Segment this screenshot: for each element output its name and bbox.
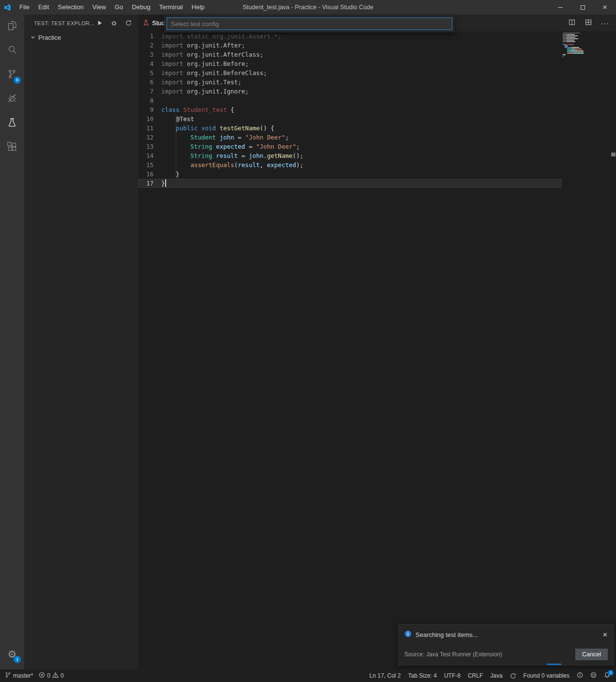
source-control-badge: 6	[14, 77, 21, 84]
settings-gear-button[interactable]: ⚙ 1	[0, 642, 24, 666]
menu-go[interactable]: Go	[110, 0, 127, 15]
line-number[interactable]: 9	[138, 105, 161, 114]
variables-status[interactable]: Found 0 variables	[524, 672, 570, 679]
line-number[interactable]: 1	[138, 31, 161, 41]
close-button[interactable]: ✕	[594, 0, 616, 15]
warning-count: 0	[61, 672, 64, 679]
branch-label: master*	[13, 672, 33, 679]
chevron-down-icon	[31, 35, 35, 40]
code-line-17[interactable]: 17}	[138, 179, 562, 188]
sidebar-test-explorer: TEST: TEST EXPLOR... Practice	[24, 15, 138, 669]
menu-view[interactable]: View	[88, 0, 110, 15]
maximize-button[interactable]	[571, 0, 594, 15]
notification-source: Source: Java Test Runner (Extension)	[404, 651, 502, 658]
smiley-icon	[590, 672, 597, 680]
code-line-2[interactable]: 2import org.junit.After;	[138, 41, 562, 50]
cancel-button[interactable]: Cancel	[575, 649, 608, 660]
info-status-button[interactable]	[577, 672, 583, 680]
activity-bar: 6 ⚙ 1	[0, 15, 24, 669]
menu-help[interactable]: Help	[187, 0, 209, 15]
line-number[interactable]: 15	[138, 160, 161, 170]
activity-test-button[interactable]	[0, 111, 24, 136]
code-line-4[interactable]: 4import org.junit.Before;	[138, 59, 562, 68]
notification-count-badge: 1	[608, 670, 614, 676]
code-line-14[interactable]: 14 String result = john.getName();	[138, 151, 562, 160]
quick-input-widget	[164, 15, 455, 32]
line-number[interactable]: 2	[138, 41, 161, 50]
language-mode-status[interactable]: Java	[490, 672, 502, 679]
code-line-5[interactable]: 5import org.junit.BeforeClass;	[138, 68, 562, 78]
line-number[interactable]: 17	[138, 179, 161, 188]
tree-item-practice[interactable]: Practice	[24, 32, 138, 43]
code-line-9[interactable]: 9class Student_test {	[138, 105, 562, 114]
line-number[interactable]: 12	[138, 133, 161, 142]
menu-selection[interactable]: Selection	[53, 0, 88, 15]
test-beaker-icon	[6, 117, 18, 130]
explorer-icon	[6, 20, 18, 33]
notifications-bell-button[interactable]: 1	[604, 672, 610, 680]
line-number[interactable]: 4	[138, 59, 161, 68]
line-number[interactable]: 7	[138, 87, 161, 96]
git-branch-status[interactable]: master*	[5, 672, 33, 680]
search-icon	[6, 44, 18, 58]
encoding-status[interactable]: UTF-8	[444, 672, 461, 679]
notification-toast: Searching test items... ✕ Source: Java T…	[398, 624, 614, 666]
sidebar-title: TEST: TEST EXPLOR...	[34, 20, 95, 26]
line-number[interactable]: 16	[138, 170, 161, 179]
line-number[interactable]: 8	[138, 96, 161, 105]
code-line-10[interactable]: 10 @Test	[138, 114, 562, 124]
activity-extensions-button[interactable]	[0, 136, 24, 160]
settings-badge: 1	[14, 656, 21, 663]
editor-group: Student_test.java ··· 1import static org…	[138, 15, 616, 669]
activity-source-control-button[interactable]: 6	[0, 63, 24, 87]
extensions-icon	[6, 141, 18, 155]
problems-status[interactable]: 0 0	[39, 672, 63, 680]
tab-size-status[interactable]: Tab Size: 4	[408, 672, 437, 679]
code-line-13[interactable]: 13 String expected = "John Deer";	[138, 142, 562, 151]
menu-bar: FileEditSelectionViewGoDebugTerminalHelp	[15, 0, 209, 15]
minimize-button[interactable]	[549, 0, 571, 15]
line-number[interactable]: 10	[138, 114, 161, 124]
menu-debug[interactable]: Debug	[127, 0, 154, 15]
more-actions-icon[interactable]: ···	[601, 19, 609, 27]
menu-terminal[interactable]: Terminal	[154, 0, 187, 15]
code-line-16[interactable]: 16 }	[138, 170, 562, 179]
sidebar-header: TEST: TEST EXPLOR...	[24, 15, 138, 32]
code-line-6[interactable]: 6import org.junit.Test;	[138, 78, 562, 87]
minimap[interactable]	[563, 32, 611, 57]
run-all-tests-button[interactable]	[96, 19, 103, 28]
cursor-position-status[interactable]: Ln 17, Col 2	[370, 672, 401, 679]
feedback-smiley-button[interactable]	[590, 672, 597, 680]
refresh-tests-button[interactable]	[125, 19, 132, 28]
activity-search-button[interactable]	[0, 39, 24, 63]
code-line-3[interactable]: 3import org.junit.AfterClass;	[138, 50, 562, 59]
editor-layout-icon[interactable]	[585, 18, 592, 28]
code-line-8[interactable]: 8	[138, 96, 562, 105]
line-number[interactable]: 6	[138, 78, 161, 87]
menu-file[interactable]: File	[15, 0, 34, 15]
code-line-7[interactable]: 7import org.junit.Ignore;	[138, 87, 562, 96]
code-line-11[interactable]: 11 public void testGetName() {	[138, 124, 562, 133]
line-number[interactable]: 11	[138, 124, 161, 133]
split-editor-icon[interactable]	[568, 18, 576, 28]
line-number[interactable]: 13	[138, 142, 161, 151]
line-number[interactable]: 14	[138, 151, 161, 160]
activity-debug-button[interactable]	[0, 87, 24, 111]
eol-status[interactable]: CRLF	[468, 672, 483, 679]
title-bar: FileEditSelectionViewGoDebugTerminalHelp…	[0, 0, 616, 15]
status-bar: master* 0 0 Ln 17, Col 2 Tab Size: 4 UTF…	[0, 669, 616, 682]
activity-explorer-button[interactable]	[0, 15, 24, 39]
debug-tests-button[interactable]	[110, 19, 118, 28]
menu-edit[interactable]: Edit	[34, 0, 53, 15]
line-number[interactable]: 3	[138, 50, 161, 59]
line-number[interactable]: 5	[138, 68, 161, 78]
code-line-12[interactable]: 12 Student john = "John Deer";	[138, 133, 562, 142]
code-line-1[interactable]: 1import static org.junit.Assert.*;	[138, 31, 562, 41]
code-lines[interactable]: 1import static org.junit.Assert.*;2impor…	[138, 31, 562, 188]
code-line-15[interactable]: 15 assertEquals(result, expected);	[138, 160, 562, 170]
notification-close-icon[interactable]: ✕	[602, 631, 608, 638]
quick-input-field[interactable]	[167, 17, 452, 30]
maximize-icon	[581, 5, 585, 10]
java-status-icon[interactable]	[510, 673, 516, 679]
minimize-icon	[558, 7, 563, 8]
